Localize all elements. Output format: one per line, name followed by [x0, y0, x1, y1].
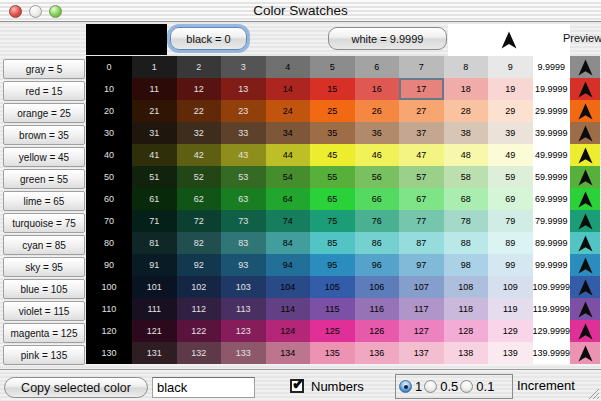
swatch-cell-84[interactable]: 84	[266, 232, 311, 254]
sidebar-item-magenta[interactable]: magenta = 125	[3, 323, 85, 343]
black-color-swatch[interactable]	[86, 24, 167, 55]
sidebar-item-pink[interactable]: pink = 135	[3, 345, 85, 365]
swatch-cell-139[interactable]: 139	[488, 342, 533, 364]
swatch-cell-43[interactable]: 43	[221, 144, 266, 166]
swatch-cell-95[interactable]: 95	[310, 254, 355, 276]
swatch-max-yellow[interactable]: 49.9999	[533, 144, 571, 166]
sidebar-item-orange[interactable]: orange = 25	[3, 103, 85, 123]
swatch-cell-86[interactable]: 86	[355, 232, 400, 254]
swatch-cell-102[interactable]: 102	[177, 276, 222, 298]
swatch-cell-79[interactable]: 79	[488, 210, 533, 232]
swatch-cell-64[interactable]: 64	[266, 188, 311, 210]
swatch-cell-107[interactable]: 107	[399, 276, 444, 298]
swatch-max-cyan[interactable]: 89.9999	[533, 232, 571, 254]
swatch-cell-76[interactable]: 76	[355, 210, 400, 232]
swatch-cell-74[interactable]: 74	[266, 210, 311, 232]
swatch-cell-104[interactable]: 104	[266, 276, 311, 298]
swatch-cell-72[interactable]: 72	[177, 210, 222, 232]
swatch-cell-81[interactable]: 81	[132, 232, 177, 254]
swatch-cell-89[interactable]: 89	[488, 232, 533, 254]
swatch-max-brown[interactable]: 39.9999	[533, 122, 571, 144]
swatch-max-red[interactable]: 19.9999	[533, 78, 571, 100]
swatch-cell-35[interactable]: 35	[310, 122, 355, 144]
swatch-cell-21[interactable]: 21	[132, 100, 177, 122]
swatch-cell-33[interactable]: 33	[221, 122, 266, 144]
swatch-cell-106[interactable]: 106	[355, 276, 400, 298]
swatch-cell-105[interactable]: 105	[310, 276, 355, 298]
swatch-cell-4[interactable]: 4	[266, 56, 311, 78]
swatch-cell-87[interactable]: 87	[399, 232, 444, 254]
swatch-cell-8[interactable]: 8	[444, 56, 489, 78]
swatch-cell-77[interactable]: 77	[399, 210, 444, 232]
swatch-cell-135[interactable]: 135	[310, 342, 355, 364]
swatch-cell-123[interactable]: 123	[221, 320, 266, 342]
swatch-cell-0[interactable]: 0	[86, 56, 132, 78]
swatch-cell-128[interactable]: 128	[444, 320, 489, 342]
swatch-cell-66[interactable]: 66	[355, 188, 400, 210]
sidebar-item-red[interactable]: red = 15	[3, 81, 85, 101]
swatch-cell-114[interactable]: 114	[266, 298, 311, 320]
swatch-cell-61[interactable]: 61	[132, 188, 177, 210]
swatch-cell-94[interactable]: 94	[266, 254, 311, 276]
sidebar-item-blue[interactable]: blue = 105	[3, 279, 85, 299]
swatch-cell-28[interactable]: 28	[444, 100, 489, 122]
swatch-cell-71[interactable]: 71	[132, 210, 177, 232]
swatch-cell-34[interactable]: 34	[266, 122, 311, 144]
swatch-cell-108[interactable]: 108	[444, 276, 489, 298]
sidebar-item-lime[interactable]: lime = 65	[3, 191, 85, 211]
swatch-cell-17[interactable]: 17	[399, 78, 444, 100]
swatch-cell-30[interactable]: 30	[86, 122, 132, 144]
swatch-cell-132[interactable]: 132	[177, 342, 222, 364]
swatch-cell-136[interactable]: 136	[355, 342, 400, 364]
swatch-cell-62[interactable]: 62	[177, 188, 222, 210]
swatch-cell-125[interactable]: 125	[310, 320, 355, 342]
swatch-cell-39[interactable]: 39	[488, 122, 533, 144]
swatch-cell-20[interactable]: 20	[86, 100, 132, 122]
sidebar-item-turquoise[interactable]: turquoise = 75	[3, 213, 85, 233]
swatch-cell-109[interactable]: 109	[488, 276, 533, 298]
swatch-cell-14[interactable]: 14	[266, 78, 311, 100]
swatch-max-orange[interactable]: 29.9999	[533, 100, 571, 122]
swatch-cell-119[interactable]: 119	[488, 298, 533, 320]
swatch-cell-6[interactable]: 6	[355, 56, 400, 78]
swatch-cell-31[interactable]: 31	[132, 122, 177, 144]
swatch-cell-73[interactable]: 73	[221, 210, 266, 232]
swatch-cell-45[interactable]: 45	[310, 144, 355, 166]
swatch-cell-3[interactable]: 3	[221, 56, 266, 78]
swatch-cell-126[interactable]: 126	[355, 320, 400, 342]
swatch-cell-83[interactable]: 83	[221, 232, 266, 254]
swatch-cell-29[interactable]: 29	[488, 100, 533, 122]
swatch-cell-101[interactable]: 101	[132, 276, 177, 298]
swatch-cell-91[interactable]: 91	[132, 254, 177, 276]
swatch-cell-13[interactable]: 13	[221, 78, 266, 100]
swatch-cell-57[interactable]: 57	[399, 166, 444, 188]
swatch-cell-65[interactable]: 65	[310, 188, 355, 210]
swatch-max-gray[interactable]: 9.9999	[533, 56, 571, 78]
swatch-cell-40[interactable]: 40	[86, 144, 132, 166]
swatch-cell-127[interactable]: 127	[399, 320, 444, 342]
numbers-checkbox[interactable]: ✔	[290, 379, 304, 393]
white-button[interactable]: white = 9.9999	[328, 27, 447, 50]
swatch-cell-78[interactable]: 78	[444, 210, 489, 232]
swatch-cell-92[interactable]: 92	[177, 254, 222, 276]
sidebar-item-cyan[interactable]: cyan = 85	[3, 235, 85, 255]
swatch-cell-68[interactable]: 68	[444, 188, 489, 210]
sidebar-item-brown[interactable]: brown = 35	[3, 125, 85, 145]
sidebar-item-violet[interactable]: violet = 115	[3, 301, 85, 321]
sidebar-item-sky[interactable]: sky = 95	[3, 257, 85, 277]
swatch-cell-129[interactable]: 129	[488, 320, 533, 342]
swatch-cell-36[interactable]: 36	[355, 122, 400, 144]
radio-button-1[interactable]	[399, 380, 412, 393]
swatch-cell-23[interactable]: 23	[221, 100, 266, 122]
swatch-cell-26[interactable]: 26	[355, 100, 400, 122]
swatch-cell-69[interactable]: 69	[488, 188, 533, 210]
swatch-cell-111[interactable]: 111	[132, 298, 177, 320]
white-preview-swatch[interactable]	[448, 24, 570, 56]
sidebar-item-yellow[interactable]: yellow = 45	[3, 147, 85, 167]
swatch-cell-110[interactable]: 110	[86, 298, 132, 320]
swatch-cell-55[interactable]: 55	[310, 166, 355, 188]
swatch-cell-11[interactable]: 11	[132, 78, 177, 100]
swatch-cell-19[interactable]: 19	[488, 78, 533, 100]
swatch-cell-9[interactable]: 9	[488, 56, 533, 78]
swatch-cell-131[interactable]: 131	[132, 342, 177, 364]
